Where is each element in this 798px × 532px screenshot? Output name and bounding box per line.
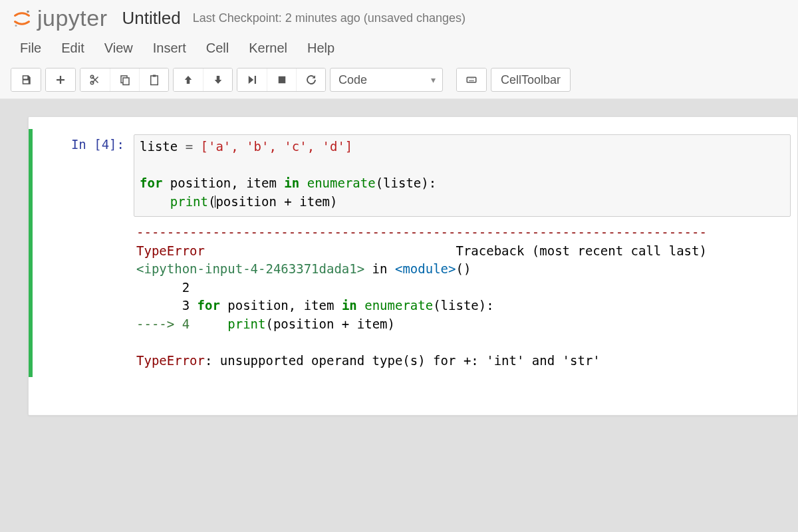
error-name: TypeError	[136, 243, 205, 258]
svg-point-0	[27, 10, 29, 12]
copy-button[interactable]	[110, 68, 139, 91]
cell-output: ----------------------------------------…	[134, 217, 791, 370]
menu-help[interactable]: Help	[307, 41, 334, 56]
restart-icon	[305, 74, 317, 86]
arrow-up-icon	[182, 74, 194, 86]
module-tag: <module>	[395, 261, 456, 276]
error-separator: ----------------------------------------…	[136, 225, 707, 239]
command-palette-button[interactable]	[457, 68, 486, 91]
toolbar: Code CellToolbar	[0, 64, 798, 98]
arrow-down-icon	[212, 74, 224, 86]
move-down-button[interactable]	[203, 68, 232, 91]
step-forward-icon	[246, 74, 258, 86]
brand-text: jupyter	[37, 5, 108, 31]
paste-icon	[148, 74, 160, 86]
traceback-label: Traceback (most recent call last)	[456, 243, 707, 258]
notebook-title[interactable]: Untitled	[122, 8, 181, 29]
input-prompt: In [4]:	[33, 134, 134, 152]
insert-cell-button[interactable]	[46, 68, 75, 91]
svg-rect-7	[152, 75, 156, 77]
jupyter-icon	[12, 9, 32, 29]
cut-button[interactable]	[80, 68, 110, 91]
stop-icon	[276, 74, 288, 86]
paste-button[interactable]	[139, 68, 168, 91]
menu-kernel[interactable]: Kernel	[249, 41, 287, 56]
cell-toolbar-button[interactable]: CellToolbar	[491, 68, 571, 92]
menu-cell[interactable]: Cell	[206, 41, 229, 56]
error-final: TypeError	[136, 353, 205, 368]
notebook-container: In [4]: liste = ['a', 'b', 'c', 'd'] for…	[0, 99, 798, 416]
restart-button[interactable]	[296, 68, 325, 91]
checkpoint-text: Last Checkpoint: 2 minutes ago (unsaved …	[193, 11, 466, 25]
svg-rect-6	[150, 76, 158, 85]
svg-rect-9	[467, 77, 476, 82]
interrupt-button[interactable]	[267, 68, 296, 91]
plus-icon	[55, 74, 66, 86]
run-button[interactable]	[237, 68, 267, 91]
menu-file[interactable]: File	[20, 41, 41, 56]
code-cell[interactable]: In [4]: liste = ['a', 'b', 'c', 'd'] for…	[29, 129, 797, 377]
code-input[interactable]: liste = ['a', 'b', 'c', 'd'] for positio…	[134, 134, 791, 217]
menu-edit[interactable]: Edit	[61, 41, 84, 56]
svg-point-1	[15, 25, 17, 27]
menubar: File Edit View Insert Cell Kernel Help	[0, 34, 798, 64]
cell-type-select[interactable]: Code	[330, 68, 443, 92]
jupyter-logo[interactable]: jupyter	[12, 5, 108, 31]
error-arrow: ----> 4	[136, 317, 227, 331]
notebook: In [4]: liste = ['a', 'b', 'c', 'd'] for…	[28, 116, 798, 416]
move-up-button[interactable]	[174, 68, 203, 91]
menu-view[interactable]: View	[104, 41, 133, 56]
cell-type-value: Code	[338, 73, 367, 87]
menu-insert[interactable]: Insert	[153, 41, 186, 56]
frame-location: <ipython-input-4-2463371dada1>	[136, 261, 364, 276]
keyboard-icon	[466, 74, 477, 86]
copy-icon	[119, 74, 131, 86]
svg-rect-8	[278, 76, 285, 84]
save-button[interactable]	[11, 68, 41, 91]
scissors-icon	[89, 74, 101, 86]
title-row: jupyter Untitled Last Checkpoint: 2 minu…	[0, 0, 798, 34]
save-icon	[20, 74, 32, 86]
svg-rect-5	[123, 78, 129, 85]
app-header: jupyter Untitled Last Checkpoint: 2 minu…	[0, 0, 798, 99]
